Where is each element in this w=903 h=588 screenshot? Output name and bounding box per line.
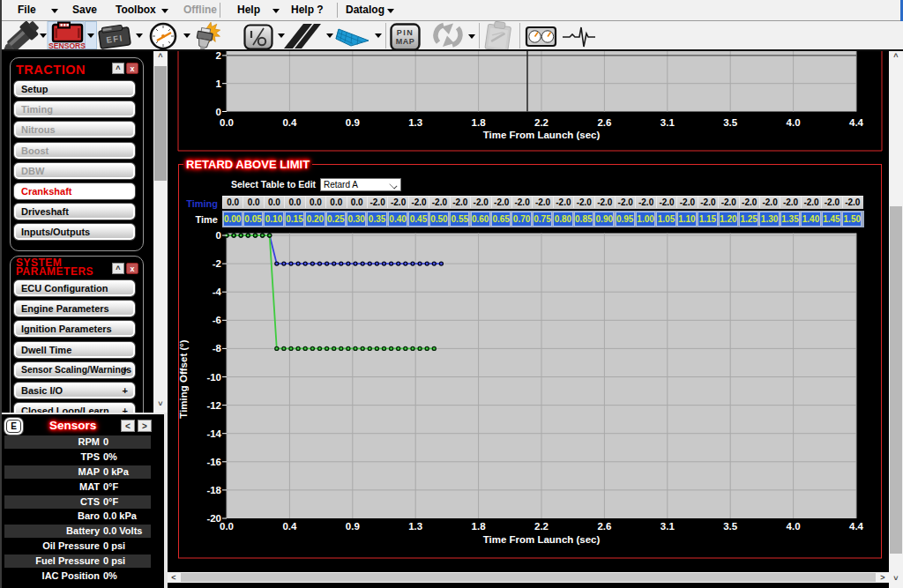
svg-text:-14: -14 bbox=[206, 428, 221, 439]
svg-text:4.0: 4.0 bbox=[787, 117, 801, 128]
svg-text:-12: -12 bbox=[206, 400, 221, 411]
svg-text:0: 0 bbox=[216, 230, 221, 241]
svg-text:3.1: 3.1 bbox=[660, 521, 675, 532]
svg-text:PIN: PIN bbox=[397, 28, 414, 37]
svg-text:2.2: 2.2 bbox=[534, 521, 549, 532]
svg-text:Time From Launch (sec): Time From Launch (sec) bbox=[483, 130, 601, 140]
svg-text:4.4: 4.4 bbox=[849, 117, 864, 128]
svg-text:4.0: 4.0 bbox=[787, 521, 801, 532]
svg-text:0.4: 0.4 bbox=[282, 117, 297, 128]
svg-text:3.1: 3.1 bbox=[660, 117, 675, 128]
svg-text:-4: -4 bbox=[213, 287, 222, 297]
svg-text:3.5: 3.5 bbox=[723, 117, 738, 128]
svg-text:-18: -18 bbox=[206, 485, 221, 495]
svg-text:0.9: 0.9 bbox=[346, 117, 360, 128]
svg-text:Timing Offset (°): Timing Offset (°) bbox=[178, 339, 189, 419]
svg-text:-20: -20 bbox=[206, 513, 221, 524]
svg-text:MAP: MAP bbox=[396, 37, 415, 46]
svg-text:4.4: 4.4 bbox=[849, 521, 864, 532]
svg-text:2.2: 2.2 bbox=[534, 117, 549, 128]
svg-text:3.5: 3.5 bbox=[723, 521, 738, 532]
svg-text:-8: -8 bbox=[213, 343, 222, 354]
svg-text:0.9: 0.9 bbox=[346, 521, 360, 532]
svg-text:0.0: 0.0 bbox=[220, 117, 234, 128]
svg-text:0.4: 0.4 bbox=[282, 521, 297, 532]
svg-text:-16: -16 bbox=[206, 457, 221, 467]
svg-text:2: 2 bbox=[216, 51, 221, 61]
svg-text:Time From Launch (sec): Time From Launch (sec) bbox=[483, 534, 601, 545]
svg-text:0.0: 0.0 bbox=[220, 521, 234, 532]
svg-text:-2: -2 bbox=[213, 258, 221, 269]
svg-text:1.3: 1.3 bbox=[408, 117, 422, 128]
svg-text:-10: -10 bbox=[206, 372, 221, 383]
svg-text:-6: -6 bbox=[213, 315, 221, 325]
svg-text:SENSORS: SENSORS bbox=[49, 41, 86, 49]
svg-text:1.8: 1.8 bbox=[472, 521, 487, 532]
svg-text:2.6: 2.6 bbox=[597, 521, 611, 532]
svg-text:2.6: 2.6 bbox=[597, 117, 611, 128]
svg-text:1.8: 1.8 bbox=[472, 117, 487, 128]
svg-text:0: 0 bbox=[216, 107, 221, 117]
svg-text:1.3: 1.3 bbox=[408, 521, 422, 532]
svg-text:1: 1 bbox=[216, 78, 222, 89]
